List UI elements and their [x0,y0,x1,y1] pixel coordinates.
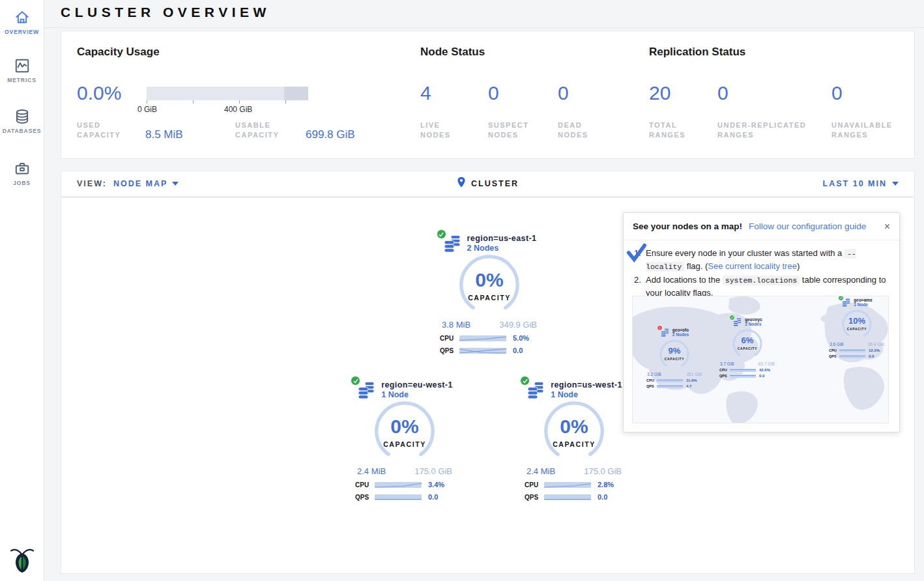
example-node-nyc: geo=nyc 2 Nodes 6% CAPACITY 3.7 GiB 63.7… [715,317,780,378]
sidebar-item-overview[interactable]: OVERVIEW [0,9,44,35]
qps-sparkline [839,355,865,358]
capacity-gauge: 9% CAPACITY [656,338,693,371]
node-count-link[interactable]: 2 Nodes [467,244,537,253]
sidebar-label-databases: DATABASES [0,128,44,134]
used-capacity: 2.4 MiB [527,466,555,476]
node-count-link[interactable]: 1 Node [381,390,453,399]
sidebar-label-overview: OVERVIEW [0,29,44,35]
db-stack-icon [356,380,376,400]
cpu-label: CPU [355,481,375,489]
total-ranges-value: 20 [649,82,671,104]
cpu-sparkline [375,482,422,488]
total-ranges-label: TOTAL RANGES [649,120,695,140]
usable-capacity-value: 699.8 GiB [306,128,355,141]
capacity-gauge: 0% CAPACITY [369,401,440,464]
close-icon[interactable]: × [884,221,890,232]
total-capacity: 175.0 GiB [584,466,622,476]
axis-tick [193,100,194,104]
total-capacity: 36.4 GiB [868,342,884,347]
capacity-percent: 6% [729,335,766,345]
live-nodes-label: LIVE NODES [420,120,466,140]
capacity-gauge: 6% CAPACITY [729,328,766,360]
sidebar-item-jobs[interactable]: JOBS [0,160,44,186]
cockroachdb-logo[interactable] [0,547,44,576]
region-card-us-east-1[interactable]: region=us-east-1 2 Nodes 0% CAPACITY 3.8… [431,234,548,354]
config-step-1: 1. Ensure every node in your cluster was… [634,247,890,272]
region-label: region=us-east-1 [467,234,537,243]
view-label: VIEW: [77,179,107,188]
sidebar-item-databases[interactable]: DATABASES [0,108,44,134]
chevron-down-icon [892,182,899,186]
qps-sparkline [544,494,591,500]
qps-label: QPS [719,374,730,378]
capacity-usage-title: Capacity Usage [77,46,160,59]
qps-value: 0.0 [598,493,607,501]
suspect-nodes-value: 0 [488,82,499,104]
capacity-percent: 0% [538,416,610,438]
region-label: geo=sfo [672,328,689,332]
qps-sparkline [657,385,683,388]
total-capacity: 349.9 GiB [499,320,537,330]
region-card-us-west-1[interactable]: region=us-west-1 1 Node 0% CAPACITY 2.4 … [515,380,633,501]
warning-badge-icon: ! [657,325,663,331]
home-icon [0,9,44,26]
capacity-percent: 0.0% [77,82,121,104]
cpu-value: 11.0% [686,378,697,382]
cpu-value: 5.0% [513,334,529,342]
time-range-selector[interactable]: LAST 10 MIN [823,179,899,188]
qps-label: QPS [829,354,839,358]
node-count-link[interactable]: 1 Node [551,390,622,399]
sidebar: OVERVIEW METRICS DATABASES [0,0,44,581]
configuration-guide-link[interactable]: Follow our configuration guide [749,221,866,231]
used-capacity: 3.6 GiB [830,342,844,347]
usable-capacity-label: USABLE CAPACITY [235,120,291,140]
db-stack-icon [732,317,742,327]
cpu-sparkline [730,369,756,372]
suspect-nodes-label: SUSPECT NODES [488,120,540,140]
sidebar-item-metrics[interactable]: METRICS [0,57,44,83]
system-locations-code: system.locations [723,276,800,285]
region-label: region=eu-west-1 [381,380,453,390]
capacity-bar [147,87,308,100]
used-capacity: 3.2 GiB [647,372,661,376]
cpu-sparkline [657,379,683,382]
capacity-label: CAPACITY [839,328,875,331]
example-map-image: ! geo=sfo 2 Nodes 9% CAPACITY 3.2 GiB 35… [632,296,889,423]
unavailable-ranges-label: UNAVAILABLE RANGES [831,120,903,140]
db-stack-icon: ! [660,328,670,337]
location-pin-icon [457,177,466,191]
step-text: Ensure every node in your cluster was st… [646,248,845,258]
axis-tick [147,100,147,104]
cluster-summary-panel: Capacity Usage 0.0% 0 GiB 400 GiB USED C… [61,31,915,159]
capacity-gauge: 0% CAPACITY [454,255,525,317]
example-node-sfo: ! geo=sfo 2 Nodes 9% CAPACITY 3.2 GiB 35… [642,328,707,388]
step-number: 2. [634,274,641,287]
qps-label: QPS [355,494,375,501]
live-nodes-value: 4 [420,82,431,104]
healthy-check-icon [437,229,446,239]
cpu-value: 12.3% [869,348,880,352]
breadcrumb-cluster: CLUSTER [471,179,519,188]
qps-value: 0.0 [759,374,764,378]
cpu-label: CPU [829,348,839,352]
dead-nodes-value: 0 [558,82,569,104]
capacity-percent: 10% [839,316,875,326]
qps-sparkline [730,375,756,378]
metrics-icon [0,57,44,74]
qps-value: 0.0 [869,354,874,358]
qps-value: 0.0 [428,493,438,501]
popup-title: See your nodes on a map! [633,221,742,231]
db-stack-icon [442,234,462,253]
qps-label: QPS [525,494,544,501]
qps-sparkline [375,494,422,500]
example-node-ams: geo=ams 1 Node 10% CAPACITY 3.6 GiB 36.4… [824,298,889,358]
node-status-title: Node Status [420,46,485,59]
locality-tree-link[interactable]: See current locality tree [708,261,797,271]
view-selector[interactable]: NODE MAP [113,179,179,188]
region-card-eu-west-1[interactable]: region=eu-west-1 1 Node 0% CAPACITY 2.4 … [346,380,463,501]
qps-value: 4.7 [686,384,691,388]
qps-label: QPS [440,347,459,354]
qps-value: 0.0 [513,347,523,354]
unavailable-ranges-value: 0 [831,82,843,104]
total-capacity: 175.0 GiB [414,466,452,476]
